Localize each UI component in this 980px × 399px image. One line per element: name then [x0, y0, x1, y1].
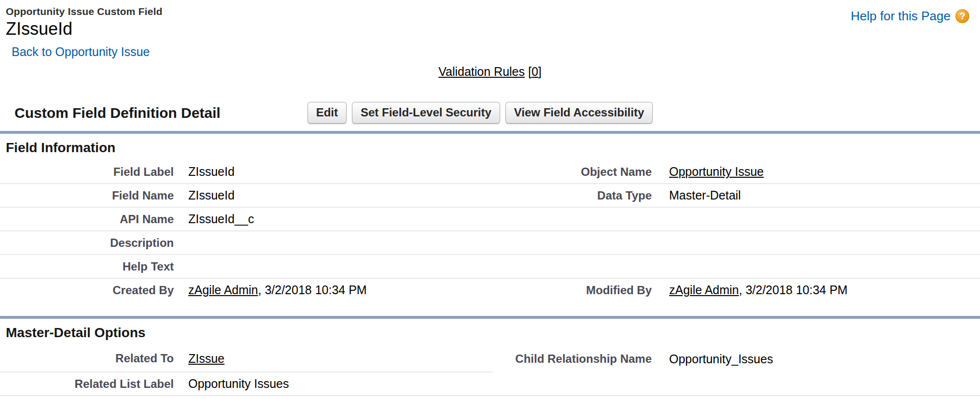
detail-header: Custom Field Definition Detail Edit Set … — [0, 102, 980, 124]
data-type-value: Master-Detail — [652, 184, 980, 207]
back-to-object-link[interactable]: Back to Opportunity Issue — [12, 45, 150, 59]
validation-rules-link[interactable]: Validation Rules — [438, 65, 525, 78]
field-label-label: Field Label — [0, 160, 174, 183]
modified-by-datetime: , 3/2/2018 10:34 PM — [739, 283, 848, 297]
api-name-value: ZIssueId__c — [174, 208, 492, 230]
section-divider-bar — [0, 131, 980, 134]
table-row: Sharing Setting Read/Write: Allows users… — [0, 396, 980, 399]
field-information-table: Field Label ZIssueId Object Name Opportu… — [0, 160, 980, 301]
page-header: Opportunity Issue Custom Field ZIssueId … — [0, 0, 980, 59]
api-name-label: API Name — [0, 208, 174, 230]
table-row: Related To ZIssue Child Relationship Nam… — [0, 345, 980, 372]
created-by-label: Created By — [0, 279, 174, 301]
object-name-link[interactable]: Opportunity Issue — [669, 165, 764, 179]
field-information-title: Field Information — [6, 140, 980, 156]
data-type-label: Data Type — [492, 184, 652, 207]
edit-button[interactable]: Edit — [308, 102, 347, 124]
help-area: Help for this Page ? — [851, 6, 969, 24]
detail-button-group: Edit Set Field-Level Security View Field… — [308, 102, 653, 124]
modified-by-user-link[interactable]: zAgile Admin — [669, 283, 739, 297]
master-detail-table: Related To ZIssue Child Relationship Nam… — [0, 345, 980, 399]
description-label: Description — [0, 231, 174, 254]
validation-rules-line: Validation Rules [0] — [0, 65, 980, 79]
view-field-accessibility-button[interactable]: View Field Accessibility — [505, 102, 653, 124]
related-list-label-label: Related List Label — [0, 372, 174, 395]
related-list-label-value: Opportunity Issues — [174, 372, 492, 395]
child-relationship-name-label: Child Relationship Name — [492, 345, 652, 372]
sharing-setting-label: Sharing Setting — [0, 396, 174, 399]
validation-count-bracket-close: ] — [538, 65, 542, 78]
modified-by-label: Modified By — [492, 279, 652, 301]
related-to-link[interactable]: ZIssue — [188, 352, 224, 366]
object-name-label: Object Name — [492, 160, 652, 183]
help-text-value — [174, 255, 492, 278]
created-by-user-link[interactable]: zAgile Admin — [188, 283, 258, 297]
table-row: Related List Label Opportunity Issues — [0, 372, 980, 396]
master-detail-options-title: Master-Detail Options — [6, 325, 980, 341]
table-row: Field Label ZIssueId Object Name Opportu… — [0, 160, 980, 184]
child-relationship-name-value: Opportunity_Issues — [652, 345, 980, 372]
related-to-label: Related To — [0, 345, 174, 372]
set-field-level-security-button[interactable]: Set Field-Level Security — [352, 102, 500, 124]
help-text-label: Help Text — [0, 255, 174, 278]
created-by-datetime: , 3/2/2018 10:34 PM — [258, 283, 367, 297]
table-row: Created By zAgile Admin, 3/2/2018 10:34 … — [0, 279, 980, 301]
validation-rules-count-link[interactable]: 0 — [532, 65, 538, 78]
table-row: Help Text — [0, 255, 980, 279]
page-title: ZIssueId — [6, 19, 163, 39]
detail-section-title: Custom Field Definition Detail — [14, 105, 221, 121]
field-name-label: Field Name — [0, 184, 174, 207]
help-question-icon[interactable]: ? — [955, 9, 969, 23]
field-name-value: ZIssueId — [174, 184, 492, 207]
field-label-value: ZIssueId — [174, 160, 492, 183]
title-block: Opportunity Issue Custom Field ZIssueId … — [6, 6, 163, 59]
sharing-setting-value: Read/Write: Allows users with at least R… — [174, 396, 980, 399]
table-row: Description — [0, 231, 980, 255]
help-for-this-page-link[interactable]: Help for this Page — [851, 9, 951, 24]
table-row: Field Name ZIssueId Data Type Master-Det… — [0, 184, 980, 208]
validation-count-bracket-open: [ — [528, 65, 532, 78]
section-divider-bar — [0, 316, 980, 319]
description-value — [174, 231, 492, 254]
table-row: API Name ZIssueId__c — [0, 208, 980, 231]
object-context-label: Opportunity Issue Custom Field — [6, 6, 163, 17]
